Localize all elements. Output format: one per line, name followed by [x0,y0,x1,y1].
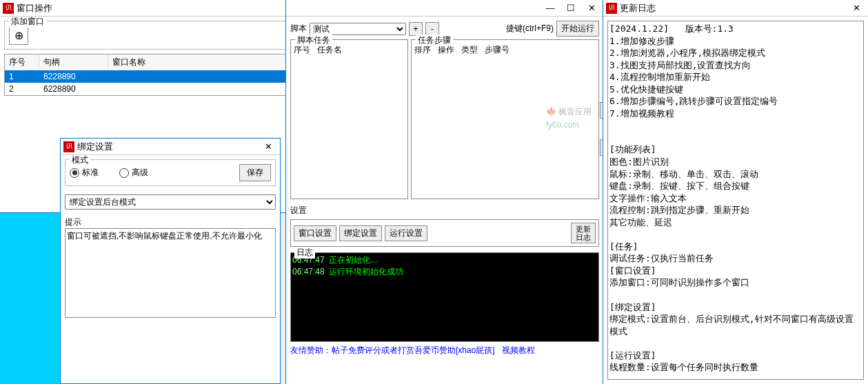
titlebar: — ☐ ✕ [286,0,603,17]
table-row[interactable]: 2 6228890 [5,83,297,95]
col-handle: 句柄 [39,54,108,70]
radio-standard[interactable]: 标准 [70,167,99,179]
maximize-icon[interactable]: ☐ [562,1,580,15]
mode-group: 模式 标准 高级 保存 [65,159,276,186]
main-window: — ☐ ✕ 脚本 测试 + - 捷键(ctrl+F9) 开始运行 脚本任务 序号… [285,0,604,384]
app-icon: 识 [63,141,74,152]
watermark: 🍁 枫音应用 fy6b.com [546,105,592,132]
changelog-text: [2024.1.22] 版本号:1.3 1.增加修改步骤 2.增加浏览器,小程序… [607,21,864,380]
update-log-button[interactable]: 更新 日志 [571,223,596,243]
sponsor-link[interactable]: 友情赞助：帖子免费评分或者打赏吾爱币赞助[xhao屁孩] [290,345,495,356]
changelog-window: 识 更新日志 ✕ [2024.1.22] 版本号:1.3 1.增加修改步骤 2.… [603,0,868,384]
script-select[interactable]: 测试 [310,23,406,35]
settings-label: 设置 [290,205,599,216]
radio-dot-icon [119,168,129,178]
app-icon: 识 [3,3,14,14]
hint-textarea: 窗口可被遮挡,不影响鼠标键盘正常使用,不允许最小化 [65,228,276,318]
group-label: 添加窗口 [9,17,46,28]
close-icon[interactable]: ✕ [847,1,865,15]
titlebar: 识 窗口操作 ✕ [0,0,302,17]
target-picker-icon[interactable]: ⊕ [9,26,28,45]
app-icon: 识 [606,3,617,14]
window-title: 窗口操作 [17,2,281,14]
mode-label: 模式 [70,155,90,166]
video-tutorial-link[interactable]: 视频教程 [502,345,535,356]
window-title: 绑定设置 [77,141,259,153]
minimize-icon[interactable]: — [541,1,559,15]
bind-settings-dialog: 识 绑定设置 ✕ 模式 标准 高级 保存 绑定设置后台模式 提示 [60,138,281,384]
window-title: 更新日志 [620,2,847,14]
radio-advanced[interactable]: 高级 [119,167,148,179]
run-button[interactable]: 开始运行 [556,21,599,37]
remove-button[interactable]: - [425,22,439,36]
add-window-group: 添加窗口 ⊕ [4,21,298,50]
task-steps-pane: 任务步骤 排序 操作 类型 步骤号 🍁 枫音应用 fy6b.com ↑ ↓ [411,39,599,199]
hotkey-label: 捷键(ctrl+F9) [506,23,554,34]
col-type: 类型 [461,44,478,56]
col-name: 窗口名称 [108,54,297,70]
titlebar: 识 更新日志 ✕ [603,0,868,17]
hint-label: 提示 [65,216,276,228]
close-icon[interactable]: ✕ [259,140,277,154]
close-icon[interactable]: ✕ [583,1,600,15]
col-no: 序号 [5,54,39,70]
bind-settings-button[interactable]: 绑定设置 [339,225,382,241]
table-row[interactable]: 1 6228890 [5,70,297,83]
bind-mode-select[interactable]: 绑定设置后台模式 [65,194,276,210]
run-settings-button[interactable]: 运行设置 [385,225,427,241]
log-console: 06:47:47 正在初始化... 06:47:48 运行环境初始化成功 [290,252,599,342]
log-label: 日志 [294,247,315,259]
window-table: 序号 句柄 窗口名称 1 6228890 2 6228890 [4,54,298,96]
table-header: 序号 句柄 窗口名称 [5,54,297,70]
radio-dot-icon [70,168,79,178]
script-label: 脚本 [290,23,307,34]
col-step: 步骤号 [485,44,509,56]
window-settings-button[interactable]: 窗口设置 [294,225,336,241]
background-strip [0,200,62,384]
titlebar: 识 绑定设置 ✕ [61,139,280,155]
script-tasks-pane: 脚本任务 序号 任务名 [290,39,408,199]
save-button[interactable]: 保存 [239,164,271,181]
add-button[interactable]: + [409,22,423,36]
